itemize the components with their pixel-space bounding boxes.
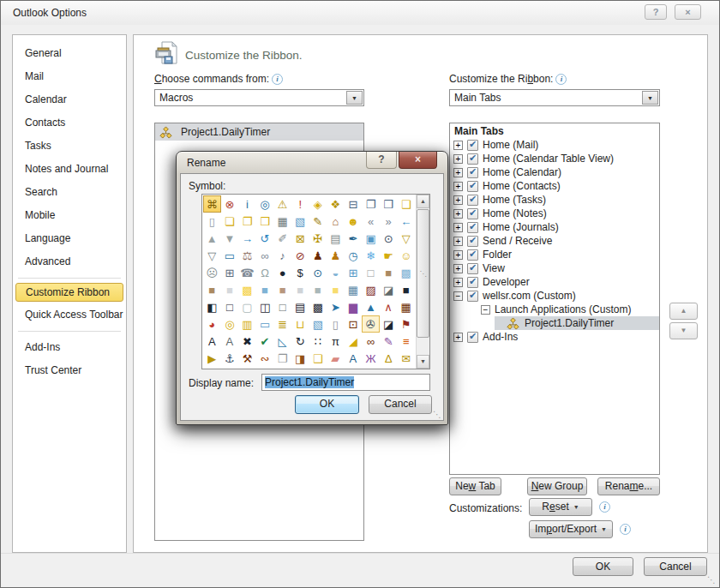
symbol-save[interactable]: ⊟ (345, 195, 363, 213)
symbol-lasso[interactable]: ∾ (256, 350, 274, 367)
symbol-diagonal-square[interactable]: ◪ (380, 281, 398, 298)
symbol-filter[interactable]: ▽ (397, 230, 415, 247)
tree-item-home-notes[interactable]: +✔Home (Notes) (450, 207, 659, 220)
symbol-mute[interactable]: ⊘ (291, 247, 309, 264)
command-item-project1-dailytimer[interactable]: Project1.DailyTimer (155, 123, 363, 141)
symbol-black-square[interactable]: ■ (397, 281, 415, 298)
symbol-tan-square[interactable]: ■ (273, 281, 291, 298)
close-button[interactable]: × (675, 4, 701, 20)
symbol-ruler[interactable]: ◺ (273, 333, 291, 350)
expand-icon[interactable]: + (453, 264, 463, 273)
sidebar-item-search[interactable]: Search (13, 181, 126, 204)
symbol-home[interactable]: ⌂ (327, 213, 345, 230)
checkbox-checked[interactable]: ✔ (467, 277, 478, 288)
tree-item-home-journals[interactable]: +✔Home (Journals) (450, 220, 659, 234)
symbol-flags[interactable]: ⚑ (397, 315, 415, 333)
symbol-paint-bucket[interactable]: ◢ (345, 333, 363, 350)
symbol-eraser[interactable]: ▰ (327, 350, 345, 367)
symbol-picture[interactable]: ▧ (291, 213, 309, 230)
sidebar-item-add-ins[interactable]: Add-Ins (13, 336, 126, 359)
symbol-door[interactable]: ◨ (291, 350, 309, 367)
expand-icon[interactable]: + (453, 278, 463, 287)
checkbox-checked[interactable]: ✔ (467, 249, 478, 261)
symbol-signature[interactable]: ✒ (345, 230, 363, 247)
symbol-arrow-up[interactable]: ▲ (203, 230, 221, 247)
symbol-warning[interactable]: ⚠ (273, 195, 291, 213)
symbol-box[interactable]: ⊔ (291, 315, 309, 333)
symbol-monitor[interactable]: ▣ (362, 230, 380, 247)
checkbox-checked[interactable]: ✔ (467, 291, 478, 302)
symbol-bell[interactable]: ∆ (380, 350, 398, 367)
symbol-plain-square[interactable]: □ (273, 298, 291, 315)
move-up-button[interactable]: ▲ (669, 303, 698, 320)
symbol-checkered-square[interactable]: ▩ (309, 298, 327, 315)
tree-item-launch-applications-custom[interactable]: −Launch Applications (Custom) (450, 303, 659, 316)
symbol-line-chart[interactable]: ∧ (380, 298, 398, 315)
symbol-macro[interactable]: ⌘ (203, 195, 221, 213)
checkbox-checked[interactable]: ✔ (467, 153, 478, 165)
scrollbar-thumb[interactable]: ⋱ (417, 209, 429, 338)
expand-icon[interactable]: + (453, 168, 463, 177)
symbol-help[interactable]: ◎ (256, 195, 274, 213)
tree-item-home-calendar-table-view[interactable]: +✔Home (Calendar Table View) (450, 152, 659, 165)
symbol-save-all[interactable]: ❒ (380, 195, 398, 213)
symbol-printer[interactable]: ▦ (273, 213, 291, 230)
symbol-database[interactable]: ▥ (238, 315, 256, 333)
dialog-titlebar[interactable]: Rename ? × (177, 152, 447, 173)
collapse-icon[interactable]: − (481, 305, 490, 315)
expand-icon[interactable]: + (453, 223, 463, 232)
checkbox-checked[interactable]: ✔ (467, 222, 478, 233)
symbol-piggy-bank[interactable]: Ω (256, 264, 274, 281)
symbol-image[interactable]: ▧ (309, 315, 327, 333)
dropdown-arrow-icon[interactable]: ▼ (642, 91, 658, 105)
checkbox-checked[interactable]: ✔ (467, 195, 478, 206)
symbol-book[interactable]: ▭ (221, 247, 239, 264)
checkbox-checked[interactable]: ✔ (467, 181, 478, 192)
symbol-notepad[interactable]: ▯ (327, 315, 345, 333)
symbol-play[interactable]: ▶ (203, 350, 221, 367)
symbol-save-as[interactable]: ❐ (362, 195, 380, 213)
symbol-id-card[interactable]: ⊡ (345, 315, 363, 333)
symbol-brown-square-2[interactable]: ■ (203, 281, 221, 298)
symbol-gray-square[interactable]: ■ (221, 281, 239, 298)
symbol-undo[interactable]: ↺ (256, 230, 274, 247)
expand-icon[interactable]: + (453, 209, 463, 219)
sidebar-item-mail[interactable]: Mail (13, 65, 126, 88)
symbol-dashed-square[interactable]: ▢ (238, 298, 256, 315)
resize-grip[interactable]: ⋱ (707, 575, 716, 585)
symbol-x-mark[interactable]: ✖ (238, 333, 256, 350)
checkbox-checked[interactable]: ✔ (467, 140, 478, 151)
symbol-arrow-left[interactable]: ← (397, 213, 415, 230)
reset-button[interactable]: Reset▼ (529, 498, 592, 516)
symbol-note-edit[interactable]: ✎ (309, 213, 327, 230)
expand-icon[interactable]: + (453, 250, 463, 260)
expand-icon[interactable]: + (453, 195, 463, 205)
sidebar-item-contacts[interactable]: Contacts (13, 111, 126, 135)
sidebar-item-language[interactable]: Language (13, 227, 126, 250)
symbol-folders[interactable]: ❐ (238, 213, 256, 230)
expand-icon[interactable]: + (453, 141, 463, 150)
sidebar-item-calendar[interactable]: Calendar (13, 88, 126, 111)
sidebar-item-customize-ribbon[interactable]: Customize Ribbon (15, 283, 123, 302)
dialog-help-button[interactable]: ? (366, 152, 397, 169)
expand-icon[interactable]: + (453, 182, 463, 191)
symbol-folder-image[interactable]: ❑ (309, 350, 327, 367)
symbol-letter-a-gray[interactable]: A (221, 333, 239, 350)
symbol-silver-square[interactable]: ■ (309, 281, 327, 298)
tree-item-home-mail[interactable]: +✔Home (Mail) (450, 138, 659, 152)
symbol-pie-chart[interactable]: ◕ (203, 315, 221, 333)
new-group-button[interactable]: New Group (527, 477, 587, 495)
symbol-half-square[interactable]: ◧ (203, 298, 221, 315)
collapse-icon[interactable]: − (453, 291, 463, 301)
scroll-up-button[interactable]: ▲ (417, 195, 429, 208)
symbol-person[interactable]: ♟ (327, 247, 345, 264)
symbol-blue-square[interactable]: ■ (256, 281, 274, 298)
symbol-refresh[interactable]: ↻ (291, 333, 309, 350)
symbol-grid-scrollbar[interactable]: ▲ ⋱ ▼ (416, 195, 429, 369)
symbol-machine[interactable]: ▦ (397, 298, 415, 315)
ok-button[interactable]: OK (573, 557, 633, 576)
symbol-folder-new[interactable]: ❏ (221, 213, 239, 230)
symbol-microphone[interactable]: ♪ (273, 247, 291, 264)
checkbox-checked[interactable]: ✔ (467, 167, 478, 178)
symbol-arrow-right[interactable]: → (238, 230, 256, 247)
